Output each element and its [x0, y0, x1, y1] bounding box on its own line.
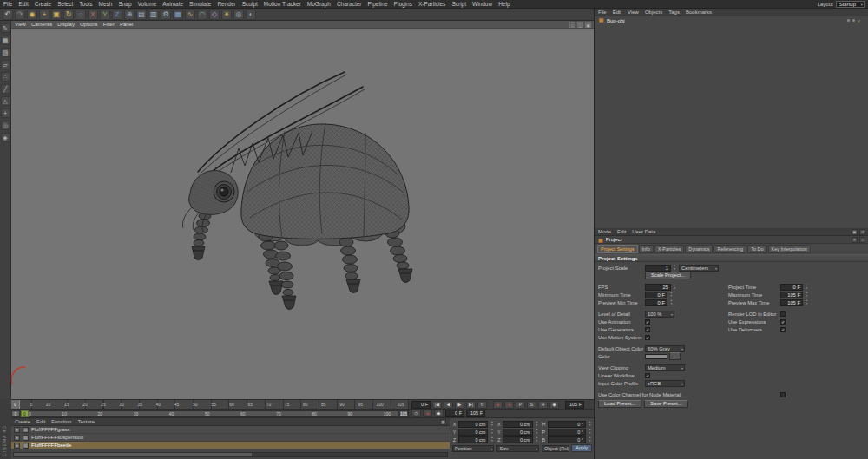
record-icon[interactable]: ●: [423, 410, 432, 417]
viewport-menu-item[interactable]: Filter: [103, 22, 115, 27]
viewport-menu-item[interactable]: View: [15, 22, 26, 27]
save-preset-button[interactable]: Save Preset...: [644, 400, 687, 408]
project-time-stepper[interactable]: ▴▾: [805, 284, 809, 291]
loop-button[interactable]: ↻: [477, 401, 487, 409]
viewport-solo-icon[interactable]: ◎: [1, 121, 10, 130]
lock-y-axis-icon[interactable]: Y: [100, 10, 110, 20]
attribute-menu-item[interactable]: Mode: [598, 229, 611, 234]
lock-x-axis-icon[interactable]: X: [88, 10, 98, 20]
preview-end-cap[interactable]: 105: [399, 410, 408, 417]
material-visibility-icon[interactable]: ▦: [23, 443, 29, 449]
preview-max-time-stepper[interactable]: ▴▾: [805, 299, 809, 306]
position-field[interactable]: 0 cm: [458, 436, 488, 443]
linear-workflow-checkbox[interactable]: ✓: [645, 373, 650, 378]
object-manager-menu-item[interactable]: Objects: [645, 10, 662, 15]
edges-mode-icon[interactable]: ╱: [1, 84, 10, 94]
render-settings-icon[interactable]: ⚙: [161, 10, 171, 20]
current-frame-marker[interactable]: 0: [11, 400, 20, 410]
viewport-menu-item[interactable]: Cameras: [31, 22, 52, 27]
maximum-time-input[interactable]: 105 F: [780, 292, 803, 298]
layout-select[interactable]: Startup: [836, 1, 865, 8]
viewport-menu-item[interactable]: Panel: [120, 22, 133, 27]
menu-item[interactable]: Sculpt: [242, 1, 258, 7]
rotate-icon[interactable]: ↻: [63, 10, 74, 20]
menu-item[interactable]: Simulate: [189, 1, 211, 7]
menu-item[interactable]: Window: [472, 1, 492, 7]
attribute-tab[interactable]: X-Particles: [654, 245, 685, 253]
single-view-icon[interactable]: □: [569, 22, 575, 28]
size-field[interactable]: 0 cm: [503, 421, 532, 428]
color-swatch[interactable]: [645, 354, 667, 359]
object-manager-menu-item[interactable]: View: [628, 10, 639, 15]
rotation-field[interactable]: 0 °: [548, 421, 586, 428]
attribute-tab[interactable]: Dynamics: [685, 245, 713, 253]
add-generator-icon[interactable]: ◠: [197, 10, 207, 20]
redo-icon[interactable]: ↷: [15, 10, 25, 20]
filter-icon[interactable]: ≡: [852, 237, 858, 243]
mode-dropdown[interactable]: Object (Rel): [542, 445, 570, 452]
history-icon[interactable]: ↺: [859, 229, 865, 235]
render-view-icon[interactable]: ▤: [136, 10, 147, 20]
menu-item[interactable]: Volume: [138, 1, 157, 7]
attribute-tab[interactable]: To Do: [747, 245, 766, 253]
lock-z-axis-icon[interactable]: Z: [112, 10, 122, 20]
material-row[interactable]: ● ▦ FluffFFFFFsuspension: [11, 434, 450, 442]
menu-item[interactable]: Script: [451, 1, 466, 7]
prev-frame-button[interactable]: ◀: [444, 401, 453, 409]
menu-item[interactable]: Render: [217, 1, 235, 7]
stepper[interactable]: ▴▾: [490, 421, 494, 428]
use-animation-checkbox[interactable]: ✓: [645, 319, 650, 325]
object-manager-menu-item[interactable]: Edit: [613, 10, 621, 15]
snap-icon[interactable]: ◈: [1, 133, 10, 142]
object-manager-menu-item[interactable]: Bookmarks: [686, 10, 712, 15]
render-to-picture-viewer-icon[interactable]: ▥: [148, 10, 159, 20]
key-icon[interactable]: ◆: [434, 410, 444, 417]
power-slider[interactable]: 0 0102030405060708090100 105 0: [11, 410, 409, 418]
project-scale-input[interactable]: 1: [645, 265, 671, 272]
menu-item[interactable]: Snap: [118, 1, 131, 7]
stepper[interactable]: ▴▾: [588, 436, 592, 443]
menu-item[interactable]: X-Particles: [418, 1, 445, 7]
position-dropdown[interactable]: Position: [452, 445, 494, 452]
menu-item[interactable]: Help: [498, 1, 510, 7]
position-field[interactable]: 0 cm: [458, 421, 488, 428]
add-deformer-icon[interactable]: ◇: [209, 10, 220, 20]
end-frame-field[interactable]: 105 F: [565, 401, 584, 409]
stepper[interactable]: ▴▾: [535, 436, 539, 443]
render-lod-checkbox[interactable]: [780, 311, 786, 317]
project-scale-unit-select[interactable]: Centimeters: [679, 265, 719, 272]
goto-start-button[interactable]: |◀: [432, 401, 442, 409]
stepper[interactable]: ▴▾: [490, 436, 494, 443]
split-view-icon[interactable]: ◫: [577, 22, 583, 28]
record-keyframe-button[interactable]: ●: [493, 401, 503, 409]
menu-item[interactable]: Plugins: [394, 1, 412, 7]
pen-tool-icon[interactable]: ✎: [1, 23, 10, 33]
stepper[interactable]: ▴▾: [535, 421, 539, 428]
model-mode-icon[interactable]: ▦: [1, 36, 10, 45]
preview-end-field[interactable]: 105 F: [466, 410, 485, 417]
preview-bar[interactable]: 0102030405060708090100: [21, 410, 398, 417]
add-cube-icon[interactable]: ▦: [173, 10, 183, 20]
stepper[interactable]: ▴▾: [588, 429, 592, 436]
add-camera-icon[interactable]: ◎: [233, 10, 244, 20]
add-light-icon[interactable]: ☀: [221, 10, 232, 20]
menu-item[interactable]: Edit: [18, 1, 28, 7]
use-deformers-checkbox[interactable]: ✓: [780, 327, 786, 332]
object-manager-menu-item[interactable]: File: [598, 10, 607, 15]
keyframe-selection-icon[interactable]: ◇: [411, 410, 421, 417]
current-frame-knob[interactable]: 0: [21, 410, 29, 417]
object-name[interactable]: Bug-obj: [607, 18, 625, 23]
record-position-button[interactable]: P: [516, 401, 525, 409]
menu-item[interactable]: MoGraph: [307, 1, 331, 7]
use-generators-checkbox[interactable]: ✓: [645, 327, 650, 332]
timeline-ruler[interactable]: 0510152025303540455055606570758085909510…: [11, 400, 409, 410]
view-clipping-select[interactable]: Medium: [645, 364, 685, 371]
color-picker-button[interactable]: ...: [669, 352, 681, 360]
menu-item[interactable]: Tools: [79, 1, 92, 7]
stepper[interactable]: ▴▾: [535, 429, 539, 436]
size-dropdown[interactable]: Size: [496, 445, 538, 452]
render-visibility-dot[interactable]: [852, 19, 855, 22]
coord-system-icon[interactable]: ⊕: [124, 10, 135, 20]
next-frame-button[interactable]: ▶|: [466, 401, 476, 409]
load-preset-button[interactable]: Load Preset...: [598, 400, 641, 408]
